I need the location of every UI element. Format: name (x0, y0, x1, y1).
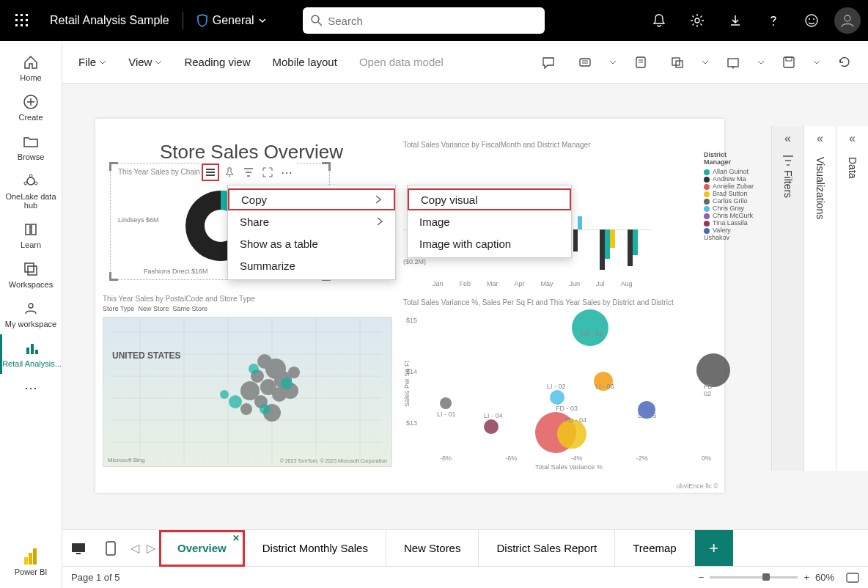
nav-label: Create (18, 113, 43, 122)
app-launcher-icon[interactable] (7, 6, 37, 35)
svg-rect-22 (25, 263, 34, 272)
zoom-slider[interactable] (710, 576, 798, 578)
search-input[interactable] (328, 15, 537, 27)
nav-create[interactable]: Create (0, 88, 62, 128)
save-dropdown[interactable] (811, 59, 823, 66)
bookmark-icon[interactable] (570, 48, 600, 77)
sensitivity-dropdown[interactable]: General (196, 14, 266, 27)
add-page-button[interactable]: + (695, 530, 733, 567)
visual-toolbar: ⋯ (200, 162, 297, 183)
refresh-icon[interactable] (830, 48, 859, 77)
menu-reading-view[interactable]: Reading view (177, 51, 257, 73)
bookmark-dropdown[interactable] (607, 59, 619, 66)
ctx-copy-image[interactable]: Image (408, 210, 571, 232)
focus-icon[interactable] (259, 163, 276, 181)
tab-district-monthly[interactable]: District Monthly Sales (245, 530, 386, 567)
right-panes: « Filters « Visualizations « Data (771, 126, 868, 471)
download-icon[interactable] (720, 5, 751, 36)
ctx-copy[interactable]: Copy (228, 188, 395, 210)
persist-icon[interactable] (626, 48, 655, 77)
ctx-copy-visual[interactable]: Copy visual (408, 188, 571, 210)
resize-handle[interactable] (109, 272, 118, 281)
ctx-show-table[interactable]: Show as a table (228, 232, 395, 254)
account-avatar[interactable] (834, 7, 861, 34)
nav-my-workspace[interactable]: My workspace (0, 295, 62, 334)
next-page[interactable]: ▷ (143, 541, 159, 555)
menu-mobile-layout[interactable]: Mobile layout (265, 51, 344, 73)
nav-label: Learn (21, 240, 41, 249)
feedback-icon[interactable] (796, 5, 827, 36)
settings-icon[interactable] (682, 5, 713, 36)
map-visual[interactable]: This Year Sales by PostalCode and Store … (103, 295, 392, 467)
svg-rect-27 (35, 350, 38, 354)
mobile-view-icon[interactable] (95, 530, 127, 567)
filter-icon[interactable] (240, 163, 257, 181)
nav-retail-analysis[interactable]: Retail Analysis... (0, 334, 62, 374)
svg-rect-65 (76, 553, 81, 554)
collapse-icon: « (817, 132, 823, 145)
data-pane[interactable]: « Data (836, 126, 868, 471)
visual-options-button[interactable] (202, 163, 219, 181)
svg-point-21 (24, 182, 27, 185)
svg-rect-64 (72, 543, 85, 552)
view-dropdown[interactable] (755, 59, 767, 66)
svg-point-12 (773, 24, 774, 26)
more-icon[interactable]: ⋯ (278, 163, 295, 181)
menu-file[interactable]: File (71, 51, 114, 73)
tab-overview[interactable]: Overview ✕ (159, 530, 245, 567)
zoom-in-button[interactable]: + (803, 572, 809, 583)
nav-workspaces[interactable]: Workspaces (0, 255, 62, 295)
ctx-share[interactable]: Share (228, 210, 395, 232)
report-canvas[interactable]: Store Sales Overview ⋯ This Year Sales b… (62, 84, 868, 529)
ctx-copy-image-caption[interactable]: Image with caption (408, 232, 571, 254)
svg-rect-6 (15, 24, 18, 26)
nav-onelake[interactable]: OneLake data hub (0, 167, 62, 216)
svg-point-60 (281, 378, 293, 389)
folder-icon (23, 133, 39, 150)
desktop-view-icon[interactable] (62, 530, 95, 567)
sync-icon[interactable] (663, 48, 692, 77)
resize-handle[interactable] (322, 162, 331, 171)
prev-page[interactable]: ◁ (127, 541, 143, 555)
chevron-right-icon (376, 216, 383, 227)
svg-point-9 (312, 15, 319, 23)
pane-label: Visualizations (814, 157, 826, 219)
zoom-out-button[interactable]: − (699, 572, 705, 583)
resize-handle[interactable] (109, 162, 118, 171)
notifications-icon[interactable] (644, 5, 674, 36)
svg-rect-66 (106, 542, 115, 555)
filters-pane[interactable]: « Filters (771, 126, 803, 471)
nav-label: Home (20, 73, 41, 82)
close-tab-icon[interactable]: ✕ (232, 533, 240, 543)
tab-district-sales[interactable]: District Sales Report (479, 530, 615, 567)
ctx-summarize[interactable]: Summarize (228, 254, 395, 276)
view-icon[interactable] (718, 48, 748, 77)
svg-rect-67 (847, 573, 858, 582)
help-icon[interactable] (758, 5, 789, 36)
comment-icon[interactable] (534, 48, 563, 77)
y-axis-label: ($0.2M) (403, 258, 426, 265)
power-bi-logo[interactable]: Power BI (0, 543, 62, 582)
nav-learn[interactable]: Learn (0, 216, 62, 255)
tab-treemap[interactable]: Treemap (615, 530, 694, 567)
nav-label: My workspace (5, 320, 56, 328)
nav-browse[interactable]: Browse (0, 128, 62, 167)
search-box[interactable] (303, 7, 545, 34)
svg-point-14 (809, 18, 810, 20)
nav-home[interactable]: Home (0, 48, 62, 88)
visualizations-pane[interactable]: « Visualizations (803, 126, 836, 471)
zoom-control[interactable]: − + 60% (699, 572, 859, 583)
svg-rect-25 (26, 348, 29, 354)
collapse-icon: « (849, 132, 856, 145)
tab-new-stores[interactable]: New Stores (386, 530, 479, 567)
svg-point-57 (240, 403, 252, 415)
nav-more[interactable]: ⋯ (0, 374, 62, 402)
sync-dropdown[interactable] (699, 59, 711, 66)
pin-icon[interactable] (221, 163, 238, 181)
svg-rect-5 (26, 19, 28, 21)
fit-page-icon[interactable] (846, 573, 859, 583)
svg-rect-3 (15, 19, 18, 21)
menu-view[interactable]: View (121, 51, 169, 73)
scatter-visual[interactable]: Total Sales Variance %, Sales Per Sq Ft … (403, 298, 718, 471)
save-icon[interactable] (774, 48, 803, 77)
